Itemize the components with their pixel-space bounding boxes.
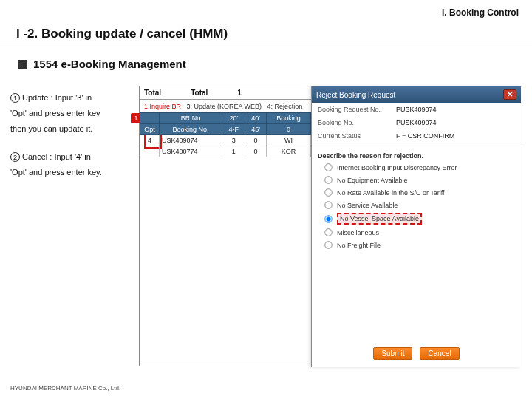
radio-icon[interactable]	[324, 241, 332, 248]
page-title: I -2. Booking update / cancel (HMM)	[16, 27, 228, 41]
bk-cell: WI	[266, 135, 310, 146]
reason-label: No Vessel Space Available	[337, 213, 422, 225]
legend-update: 3: Update (KOREA WEB)	[187, 103, 262, 110]
radio-icon[interactable]	[324, 163, 332, 171]
booking-table: BR No 20' 40' Booking Opt Booking No. 4-…	[140, 112, 311, 157]
reason-option[interactable]: Internet Booking Input Discrepancy Error	[312, 161, 521, 174]
reject-dialog: Reject Booking Request ✕ Booking Request…	[311, 86, 521, 367]
close-icon[interactable]: ✕	[503, 89, 516, 100]
divider	[312, 146, 521, 146]
radio-icon[interactable]	[324, 188, 332, 196]
radio-icon[interactable]	[324, 228, 332, 236]
dialog-buttons: Submit Cancel	[312, 347, 521, 360]
col-opt: Opt	[140, 124, 160, 135]
col-40: 40'	[245, 113, 266, 124]
radio-icon[interactable]	[324, 201, 332, 208]
reason-option[interactable]: No Service Available	[312, 199, 521, 211]
reason-option[interactable]: No Freight File	[312, 239, 521, 251]
value: PUSK409074	[396, 119, 437, 126]
footer: HYUNDAI MERCHANT MARINE Co., Ltd.	[10, 385, 120, 392]
dialog-title: Reject Booking Request	[316, 91, 395, 99]
circled-number-icon: 2	[10, 152, 20, 162]
reason-option-selected[interactable]: No Vessel Space Available	[312, 211, 521, 226]
note-text: then you can update it.	[10, 124, 92, 133]
label: Booking No.	[318, 119, 392, 126]
title-divider	[0, 44, 532, 44]
col-bkno: Booking No.	[160, 124, 222, 135]
total-value: 1	[237, 89, 242, 97]
legend-row: 1.Inquire BR 3: Update (KOREA WEB) 4: Re…	[140, 100, 311, 112]
note-text: 'Opt' and press enter key.	[10, 168, 102, 177]
note-text: Input '4' in	[54, 152, 90, 161]
kv-row: Booking No. PUSK409074	[312, 116, 521, 129]
reason-label: No Freight File	[337, 242, 381, 249]
table-row[interactable]: 4 USK409074 3 0 WI	[140, 135, 311, 146]
radio-icon[interactable]	[324, 215, 332, 222]
submit-button[interactable]: Submit	[373, 347, 412, 360]
c20-cell: 1	[222, 146, 245, 157]
bk-cell: KOR	[266, 146, 310, 157]
col-booking: Booking	[266, 113, 310, 124]
col-placeholder	[140, 113, 160, 124]
legend-inquire: 1.Inquire BR	[144, 103, 181, 110]
reason-option[interactable]: No Equipment Available	[312, 174, 521, 186]
c40-cell: 0	[245, 135, 266, 146]
opt-cell[interactable]: 4	[140, 135, 160, 146]
note-text: Input '3' in	[55, 93, 92, 102]
list-pane: Total Total 1 1.Inquire BR 3: Update (KO…	[140, 86, 311, 366]
opt-cell[interactable]	[140, 146, 160, 157]
subhead-row: 1554 e-Booking Management	[18, 58, 186, 70]
total-row: Total Total 1	[140, 86, 311, 100]
label: Current Status	[318, 132, 392, 140]
subhead: 1554 e-Booking Management	[33, 58, 186, 70]
total-label: Total	[144, 89, 161, 97]
note-word: Update :	[22, 93, 53, 102]
value: PUSK409074	[396, 106, 437, 113]
br-cell: USK400774	[160, 146, 222, 157]
reason-option[interactable]: No Rate Available in the S/C or Tariff	[312, 186, 521, 199]
screenshot-frame: 1 2 Total Total 1 1.Inquire BR 3: Update…	[139, 86, 520, 366]
reason-label: Miscellaneous	[337, 229, 379, 236]
table-subheader-row: Opt Booking No. 4-F 45' 0	[140, 124, 311, 135]
instruction-update: 1Update : Input '3' in 'Opt' and press e…	[10, 90, 132, 137]
kv-row: Booking Request No. PUSK409074	[312, 103, 521, 116]
c40-cell: 0	[245, 146, 266, 157]
circled-number-icon: 1	[10, 93, 20, 103]
note-word: Cancel :	[22, 152, 52, 161]
table-header-row: BR No 20' 40' Booking	[140, 113, 311, 124]
reason-option[interactable]: Miscellaneous	[312, 226, 521, 239]
legend-rejection: 4: Rejection	[267, 103, 303, 110]
note-text: 'Opt' and press enter key	[10, 109, 100, 117]
reason-label: No Rate Available in the S/C or Tariff	[337, 189, 445, 197]
reason-label: No Service Available	[337, 202, 398, 209]
br-cell: USK409074	[160, 135, 222, 146]
table-row[interactable]: USK400774 1 0 KOR	[140, 146, 311, 157]
describe-heading: Describe the reason for rejection.	[312, 149, 521, 161]
reason-label: Internet Booking Input Discrepancy Error	[337, 164, 457, 171]
c20-cell: 3	[222, 135, 245, 146]
bullet-square-icon	[18, 60, 27, 69]
chapter-label: I. Booking Control	[442, 7, 519, 18]
col-zero: 0	[266, 124, 310, 135]
label: Booking Request No.	[318, 106, 392, 113]
col-br: BR No	[160, 113, 222, 124]
kv-row: Current Status F = CSR CONFIRM	[312, 129, 521, 143]
col-20: 20'	[222, 113, 245, 124]
reason-label: No Equipment Available	[337, 177, 407, 184]
cancel-button[interactable]: Cancel	[420, 347, 459, 360]
instruction-cancel: 2Cancel : Input '4' in 'Opt' and press e…	[10, 149, 132, 180]
radio-icon[interactable]	[324, 176, 332, 183]
col-45: 45'	[245, 124, 266, 135]
col-4f: 4-F	[222, 124, 245, 135]
total-mid: Total	[191, 89, 208, 97]
dialog-titlebar: Reject Booking Request ✕	[312, 86, 521, 103]
value: F = CSR CONFIRM	[396, 132, 454, 140]
